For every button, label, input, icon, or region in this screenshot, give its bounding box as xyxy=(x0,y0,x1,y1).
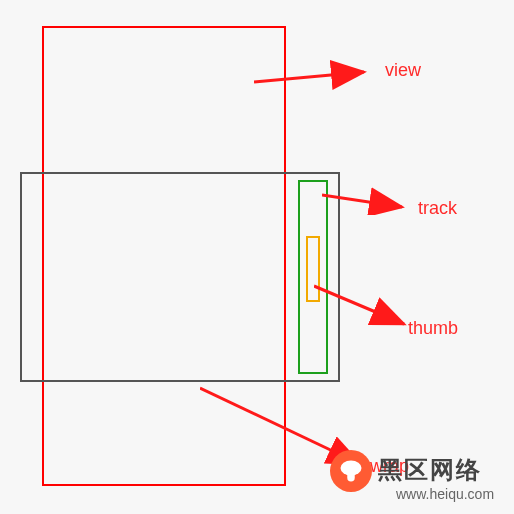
view-box xyxy=(20,172,340,382)
watermark-url: www.heiqu.com xyxy=(396,486,494,502)
diagram-canvas: view track thumb wrap xyxy=(0,0,514,514)
arrow-track xyxy=(322,185,412,215)
svg-line-7 xyxy=(200,388,360,464)
svg-rect-9 xyxy=(347,471,355,482)
svg-line-1 xyxy=(254,72,364,82)
svg-line-5 xyxy=(314,286,404,324)
svg-line-3 xyxy=(322,195,402,207)
arrow-view xyxy=(254,60,374,90)
label-thumb: thumb xyxy=(408,318,458,339)
mushroom-icon xyxy=(330,450,372,492)
label-view: view xyxy=(385,60,421,81)
arrow-thumb xyxy=(314,280,414,330)
watermark-name: 黑区网络 xyxy=(378,454,482,486)
label-track: track xyxy=(418,198,457,219)
